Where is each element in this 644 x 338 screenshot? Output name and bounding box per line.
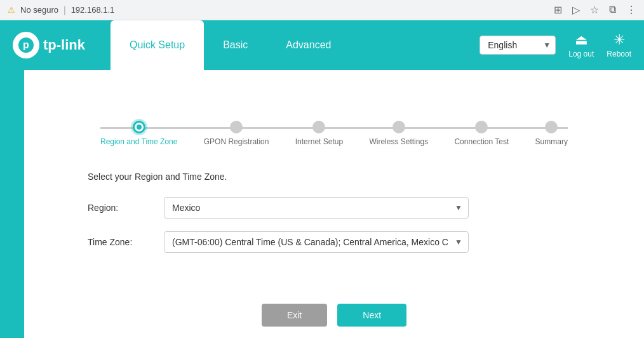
browser-bar: ⚠ No seguro | 192.168.1.1 ⊞ ▷ ☆ ⧉ ⋮ [0,0,644,20]
browser-actions: ⊞ ▷ ☆ ⧉ ⋮ [554,4,636,16]
steps-row: Region and Time Zone GPON Registration I… [100,121,568,146]
step-summary: Summary [535,121,568,146]
step-region: Region and Time Zone [100,121,177,146]
tab-quick-setup[interactable]: Quick Setup [111,20,204,70]
logo-name: tp-link [43,37,85,53]
step-label-gpon: GPON Registration [204,137,269,146]
reboot-label: Reboot [607,50,631,58]
step-gpon: GPON Registration [204,121,269,146]
header-right: English Español Français ▼ ⏏ Log out ✳ R… [480,32,631,58]
step-label-summary: Summary [535,137,568,146]
play-icon[interactable]: ▷ [572,4,580,16]
step-dot-internet [312,121,325,133]
logo-icon: p [13,32,39,58]
logout-label: Log out [568,50,594,58]
timezone-label: Time Zone: [88,237,164,247]
step-dot-region [133,121,145,133]
progress-area: Region and Time Zone GPON Registration I… [50,89,619,159]
step-dot-gpon [230,121,243,133]
region-select-wrapper: Mexico United States Canada United Kingd… [164,197,469,219]
star-icon[interactable]: ☆ [590,4,599,16]
left-sidebar [0,70,24,338]
language-selector[interactable]: English Español Français ▼ [480,36,556,55]
region-label: Region: [88,203,164,213]
step-label-internet: Internet Setup [295,137,343,146]
logo-area: p tp-link [13,32,85,58]
region-row: Region: Mexico United States Canada Unit… [88,197,580,219]
step-dot-connection [475,121,488,133]
warning-icon: ⚠ [8,5,15,15]
progress-line-container: Region and Time Zone GPON Registration I… [100,121,568,146]
form-area: Select your Region and Time Zone. Region… [50,159,619,278]
security-text: No seguro [20,5,58,15]
timezone-select[interactable]: (GMT-06:00) Central Time (US & Canada); … [164,231,469,253]
form-title: Select your Region and Time Zone. [88,172,580,182]
button-row: Exit Next [50,278,619,338]
content-area: Region and Time Zone GPON Registration I… [24,70,644,338]
nav-tabs: Quick Setup Basic Advanced [111,20,480,70]
translate-icon[interactable]: ⊞ [554,4,562,16]
region-control: Mexico United States Canada United Kingd… [164,197,469,219]
reboot-icon: ✳ [614,32,625,48]
timezone-row: Time Zone: (GMT-06:00) Central Time (US … [88,231,580,253]
separator: | [64,5,66,15]
step-connection: Connection Test [454,121,509,146]
step-dot-wireless [392,121,405,133]
more-icon[interactable]: ⋮ [626,4,636,16]
step-label-connection: Connection Test [454,137,509,146]
timezone-control: (GMT-06:00) Central Time (US & Canada); … [164,231,469,253]
step-wireless: Wireless Settings [369,121,428,146]
step-sublabel-region: Region and Time Zone [100,137,177,146]
page-wrapper: p tp-link Quick Setup Basic Advanced Eng… [0,20,644,338]
next-button[interactable]: Next [337,304,406,327]
tab-advanced[interactable]: Advanced [267,20,350,70]
step-label-wireless: Wireless Settings [369,137,428,146]
reboot-button[interactable]: ✳ Reboot [607,32,631,58]
url-text: 192.168.1.1 [71,5,115,15]
step-internet: Internet Setup [295,121,343,146]
puzzle-icon[interactable]: ⧉ [609,4,616,16]
region-select[interactable]: Mexico United States Canada United Kingd… [164,197,469,219]
logout-button[interactable]: ⏏ Log out [568,32,594,58]
header: p tp-link Quick Setup Basic Advanced Eng… [0,20,644,70]
exit-button[interactable]: Exit [262,304,327,327]
step-dot-summary [545,121,558,133]
timezone-select-wrapper: (GMT-06:00) Central Time (US & Canada); … [164,231,469,253]
language-select[interactable]: English Español Français [480,36,556,55]
svg-text:p: p [23,39,29,50]
logout-icon: ⏏ [575,32,588,48]
tab-basic[interactable]: Basic [204,20,267,70]
